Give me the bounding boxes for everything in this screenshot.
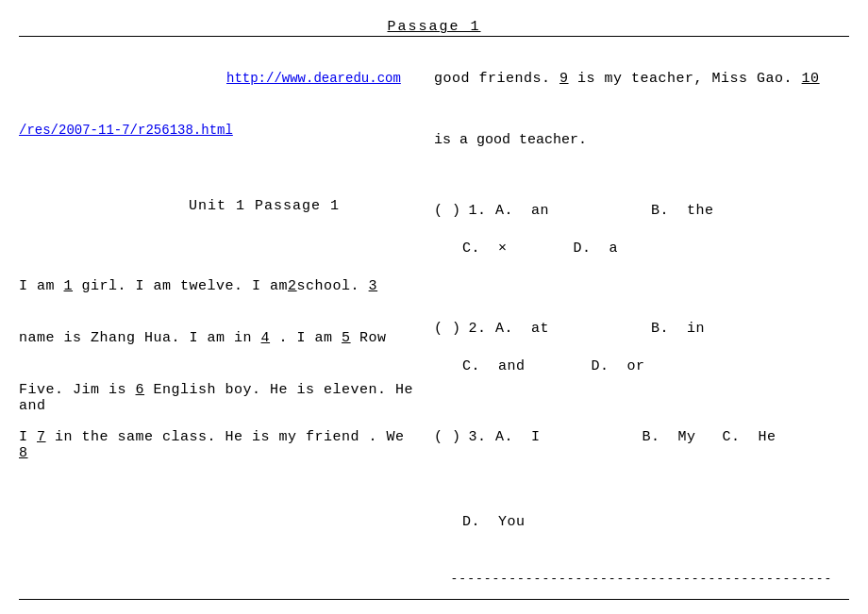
question-2-paren: ( ) [434,321,461,337]
question-3: ( ) 3. A. I B. My C. He [434,429,849,445]
passage-line-3: Five. Jim is 6 English boy. He is eleven… [19,382,415,414]
bottom-divider: ----------------------------------------… [434,572,849,586]
passage-line-4: I 7 in the same class. He is my friend .… [19,429,415,461]
passage-line-2: name is Zhang Hua. I am in 4 . I am 5 Ro… [19,330,415,346]
question-2-cd: C. and D. or [434,358,849,374]
question-1-stem: ( ) 1. A. an B. the [434,203,849,219]
blank-1: 1 [64,278,74,294]
question-3-stem: ( ) 3. A. I B. My C. He [434,429,849,445]
question-3-optB: B. My [643,429,696,445]
blank-4: 4 [261,330,271,346]
question-3-d: D. You [434,514,849,530]
right-intro-line2: is a good teacher. [434,132,587,148]
q1-optC: C. × [462,241,508,257]
blank-10: 10 [802,71,820,87]
question-2-stem: ( ) 2. A. at B. in [434,321,849,337]
page-container: Passage 1 http://www.dearedu.com /res/20… [0,0,868,614]
q3-optD: D. You [462,514,526,530]
question-3-options-d: D. You [434,514,849,530]
blank-9: 9 [559,71,569,87]
passage-line-1: I am 1 girl. I am twelve. I am2school. 3 [19,278,415,294]
question-2-number: 2. A. at [469,321,550,337]
blank-2: 2 [288,278,297,294]
blank-8: 8 [19,445,28,461]
blank-7: 7 [37,429,46,445]
q2-optD: D. or [592,358,645,374]
q2-optC: C. and [462,358,526,374]
link-top[interactable]: http://www.dearedu.com [226,71,401,86]
question-3-paren: ( ) [434,429,461,445]
passage-title: Passage 1 [387,19,480,35]
question-1-number: 1. A. an [469,203,550,219]
question-3-number: 3. A. I [469,429,541,445]
link-bottom[interactable]: /res/2007-11-7/r256138.html [19,123,233,138]
right-intro-line1: good friends. 9 is my teacher, Miss Gao.… [434,71,849,87]
question-1-cd: C. × D. a [434,241,849,257]
question-1-optB: B. the [651,203,714,219]
blank-6: 6 [136,382,145,398]
question-3-optC: C. He [723,429,776,445]
q1-optD: D. a [574,241,619,257]
question-2-options: C. and D. or [434,358,849,374]
question-1-paren: ( ) [434,203,461,219]
blank-3: 3 [369,278,378,294]
blank-5: 5 [342,330,351,346]
bottom-line [19,599,849,600]
question-1: ( ) 1. A. an B. the [434,203,849,219]
question-2-optB: B. in [651,321,705,337]
unit-passage-label: Unit 1 Passage 1 [189,198,340,214]
top-line [19,36,849,37]
question-2: ( ) 2. A. at B. in [434,321,849,337]
question-1-options: C. × D. a [434,241,849,257]
